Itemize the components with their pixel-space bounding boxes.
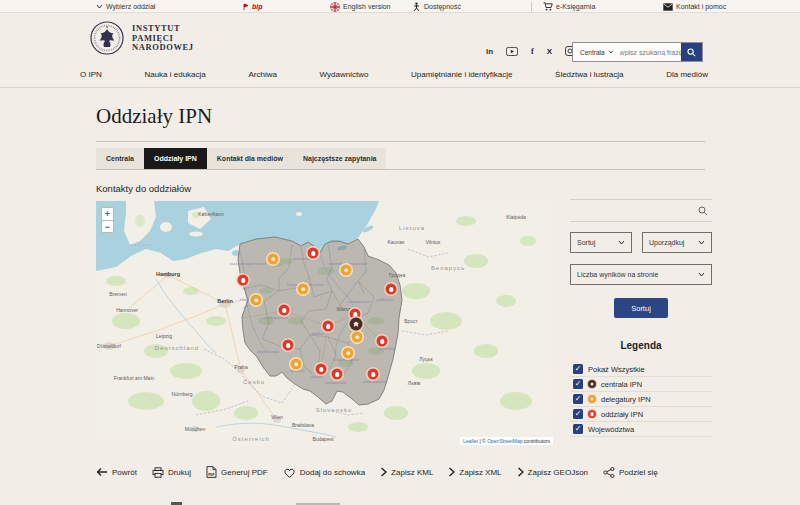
facebook-icon[interactable]: f (531, 47, 534, 56)
share-button[interactable]: Podziel się (603, 467, 658, 478)
oddzial-map-marker[interactable] (323, 321, 334, 332)
nav-item-sledztwa[interactable]: Śledztwa i lustracja (555, 70, 623, 79)
back-button[interactable]: Powrót (96, 467, 137, 477)
pdf-file-icon: PDF (206, 466, 217, 478)
english-version-link[interactable]: English version (330, 0, 390, 13)
search-scope-select[interactable]: Centrala (573, 49, 620, 56)
branch-selector[interactable]: Wybierz oddział (96, 0, 155, 13)
per-page-select[interactable]: Liczba wyników na stronie (570, 264, 712, 285)
nav-item-upamietnianie[interactable]: Upamiętnianie i identyfikacje (411, 70, 512, 79)
order-select[interactable]: Uporządkuj (642, 232, 712, 253)
delegatura-map-marker[interactable] (343, 348, 354, 359)
page-title: Oddziały IPN (96, 104, 705, 129)
bookstore-link[interactable]: e-Księgarnia (543, 0, 595, 13)
accessibility-label: Dostępność (424, 3, 461, 10)
tab-najczestsze-zapytania[interactable]: Najczęstsze zapytania (293, 148, 387, 169)
sidebar-search-input[interactable] (570, 207, 698, 214)
save-geojson-button[interactable]: Zapisz GEOJson (517, 467, 588, 477)
delegatura-map-marker[interactable] (352, 332, 363, 343)
oddzial-map-marker[interactable] (308, 248, 319, 259)
social-links: in f X (486, 45, 575, 57)
zoom-in-button[interactable]: + (101, 207, 114, 220)
delegatura-map-marker[interactable] (268, 254, 279, 265)
legend-item-delegatury[interactable]: ✓ delegatury IPN (570, 392, 712, 407)
map-zoom-control: + − (101, 207, 114, 233)
youtube-icon[interactable] (506, 47, 518, 56)
oddzial-map-marker[interactable] (316, 364, 327, 375)
oddzial-map-marker[interactable] (238, 275, 249, 286)
oddzial-map-marker[interactable] (283, 340, 294, 351)
osm-link[interactable]: OpenStreetMap (487, 438, 522, 444)
bookstore-label: e-Księgarnia (556, 3, 595, 10)
contact-link[interactable]: Kontakt i pomoc (663, 0, 726, 13)
sort-button[interactable]: Sortuj (614, 298, 668, 318)
centrala-map-marker[interactable] (350, 318, 363, 331)
oddzial-map-marker[interactable] (332, 369, 343, 380)
save-xml-button[interactable]: Zapisz XML (448, 467, 501, 477)
results-sidebar: Sortuj Uporządkuj Liczba wyników na stro… (570, 201, 712, 445)
checkbox-checked-icon[interactable]: ✓ (573, 364, 583, 374)
sidebar-search (570, 199, 712, 222)
footer-partial (0, 501, 800, 505)
tabs: Centrala Oddziały IPN Kontakt dla mediów… (96, 148, 705, 170)
oddzial-map-marker[interactable] (279, 305, 290, 316)
printer-icon (152, 467, 164, 478)
oddzial-map-marker[interactable] (368, 369, 379, 380)
leaflet-link[interactable]: Leaflet (463, 438, 478, 444)
print-button[interactable]: Drukuj (152, 467, 191, 478)
chevron-down-icon (698, 240, 705, 245)
ipn-logo-seal[interactable] (90, 21, 124, 55)
nav-item-wydawnictwo[interactable]: Wydawnictwo (320, 70, 369, 79)
nav-item-archiwa[interactable]: Archiwa (248, 70, 276, 79)
delegatura-marker-icon (588, 395, 596, 403)
search-icon[interactable] (698, 206, 708, 216)
delegatura-map-marker[interactable] (298, 284, 309, 295)
english-version-label: English version (343, 3, 390, 10)
envelope-icon (663, 3, 673, 11)
legend-item-oddzialy[interactable]: ✓ oddziały IPN (570, 407, 712, 422)
legend-item-centrala[interactable]: ✓ centrala IPN (570, 377, 712, 392)
nav-item-nauka[interactable]: Nauka i edukacja (144, 70, 205, 79)
add-to-clipboard-button[interactable]: Dodaj do schowka (283, 467, 365, 478)
search-button[interactable] (681, 43, 702, 61)
eagle-icon (100, 26, 115, 47)
sort-select[interactable]: Sortuj (570, 232, 632, 253)
delegatura-map-marker[interactable] (291, 359, 302, 370)
generate-pdf-button[interactable]: PDF Generuj PDF (206, 466, 268, 478)
linkedin-icon[interactable]: in (486, 47, 493, 56)
tab-oddzialy-ipn[interactable]: Oddziały IPN (144, 148, 207, 169)
search-input[interactable] (620, 49, 681, 56)
bip-link[interactable]: bip (243, 0, 263, 13)
checkbox-checked-icon[interactable]: ✓ (573, 394, 583, 404)
oddzial-map-marker[interactable] (377, 336, 388, 347)
ipn-logo-text[interactable]: INSTYTUT PAMIĘCI NARODOWEJ (132, 24, 194, 53)
nav-item-o-ipn[interactable]: O IPN (80, 70, 102, 79)
oddzial-map-marker[interactable] (386, 284, 397, 295)
legend-item-wojewodztwa[interactable]: ✓ Województwa (570, 422, 712, 437)
map[interactable]: + − KøbenhavnHamburgBremenHannoverBerlin… (96, 201, 553, 445)
checkbox-checked-icon[interactable]: ✓ (573, 424, 583, 434)
search-icon (687, 48, 696, 57)
header: INSTYTUT PAMIĘCI NARODOWEJ in f X Centra… (0, 13, 800, 62)
legend: ✓ Pokaż Wszystkie ✓ centrala IPN ✓ deleg… (570, 362, 712, 437)
svg-text:PDF: PDF (208, 473, 214, 477)
centrala-marker-icon (588, 380, 596, 388)
nav-item-dla-mediow[interactable]: Dla mediów (666, 70, 708, 79)
chevron-right-icon (380, 467, 387, 477)
checkbox-checked-icon[interactable]: ✓ (573, 379, 583, 389)
zoom-out-button[interactable]: − (101, 220, 114, 233)
cart-icon (543, 2, 553, 11)
main-nav: O IPN Nauka i edukacja Archiwa Wydawnict… (0, 62, 800, 88)
accessibility-link[interactable]: Dostępność (412, 0, 461, 13)
tab-centrala[interactable]: Centrala (96, 148, 144, 169)
bip-label: bip (252, 3, 263, 10)
delegatura-map-marker[interactable] (251, 295, 262, 306)
branch-selector-label: Wybierz oddział (106, 3, 155, 10)
tab-kontakt-dla-mediow[interactable]: Kontakt dla mediów (207, 148, 293, 169)
checkbox-checked-icon[interactable]: ✓ (573, 409, 583, 419)
legend-item-show-all[interactable]: ✓ Pokaż Wszystkie (570, 362, 712, 377)
bip-icon (243, 3, 249, 10)
x-icon[interactable]: X (547, 47, 552, 56)
delegatura-map-marker[interactable] (341, 265, 352, 276)
save-kml-button[interactable]: Zapisz KML (380, 467, 433, 477)
